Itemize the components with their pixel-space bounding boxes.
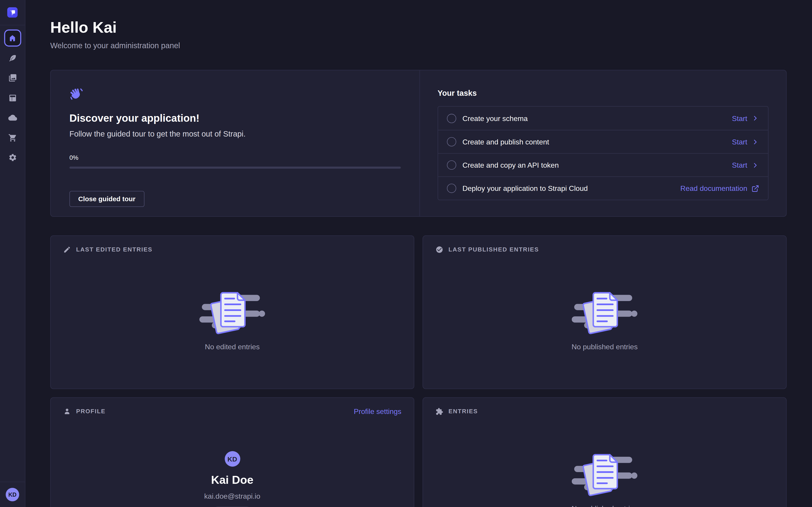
sidebar-user-avatar[interactable]: KD bbox=[6, 488, 19, 501]
task-label: Create and copy an API token bbox=[462, 161, 732, 169]
empty-state: No published entries bbox=[436, 287, 774, 351]
sidebar: KD bbox=[0, 0, 26, 507]
profile-email: kai.doe@strapi.io bbox=[63, 492, 401, 500]
profile-body: KD Kai Doe kai.doe@strapi.io bbox=[63, 451, 401, 507]
task-start-link[interactable]: Start bbox=[732, 114, 759, 122]
guided-tour-title: Discover your application! bbox=[69, 112, 401, 124]
profile-name: Kai Doe bbox=[63, 473, 401, 487]
layout-icon bbox=[8, 93, 17, 102]
progress-label: 0% bbox=[69, 154, 401, 161]
task-status-circle[interactable] bbox=[447, 184, 456, 193]
page-subtitle: Welcome to your administration panel bbox=[50, 41, 787, 50]
profile-settings-link[interactable]: Profile settings bbox=[354, 407, 402, 415]
tasks-list: Create your schema Start Create and publ… bbox=[438, 106, 768, 200]
sidebar-item-cloud[interactable] bbox=[4, 109, 21, 126]
strapi-admin-dashboard: KD Hello Kai Welcome to your administrat… bbox=[0, 0, 812, 507]
chevron-right-icon bbox=[751, 138, 759, 146]
sidebar-item-settings[interactable] bbox=[4, 149, 21, 166]
task-status-circle[interactable] bbox=[447, 137, 456, 146]
sidebar-item-content-type-builder[interactable] bbox=[4, 89, 21, 106]
user-icon bbox=[63, 407, 71, 415]
home-icon bbox=[8, 34, 17, 42]
task-action-label: Start bbox=[732, 161, 747, 169]
your-tasks-panel: Your tasks Create your schema Start Crea… bbox=[420, 70, 786, 216]
sidebar-logo-section bbox=[0, 0, 25, 25]
widget-header: ENTRIES bbox=[436, 406, 774, 416]
sidebar-item-content-manager[interactable] bbox=[4, 49, 21, 66]
profile-avatar: KD bbox=[224, 451, 240, 467]
widget-header: LAST PUBLISHED ENTRIES bbox=[436, 244, 774, 255]
strapi-logo-icon bbox=[7, 7, 17, 17]
task-row[interactable]: Create and publish content Start bbox=[438, 130, 768, 153]
strapi-logo[interactable] bbox=[7, 7, 17, 17]
task-status-circle[interactable] bbox=[447, 160, 456, 170]
empty-documents-illustration bbox=[571, 449, 638, 499]
widget-title: PROFILE bbox=[76, 408, 106, 414]
task-action-label: Start bbox=[732, 114, 747, 122]
task-label: Create your schema bbox=[462, 114, 732, 122]
task-action-label: Read documentation bbox=[680, 184, 747, 192]
sidebar-item-home[interactable] bbox=[4, 30, 21, 47]
task-label: Create and publish content bbox=[462, 138, 732, 146]
widget-title: LAST PUBLISHED ENTRIES bbox=[448, 246, 539, 252]
widgets-row-1: LAST EDITED ENTRIES No edited entries LA… bbox=[50, 235, 787, 389]
widget-header: PROFILE Profile settings bbox=[63, 406, 401, 416]
empty-state-caption: No published entries bbox=[436, 505, 774, 507]
empty-state: No published entries bbox=[436, 449, 774, 507]
cloud-icon bbox=[8, 113, 17, 122]
widget-header: LAST EDITED ENTRIES bbox=[63, 244, 401, 255]
task-status-circle[interactable] bbox=[447, 114, 456, 123]
task-start-link[interactable]: Start bbox=[732, 138, 759, 146]
chevron-right-icon bbox=[751, 114, 759, 122]
guided-tour-panel: Discover your application! Follow the gu… bbox=[51, 70, 419, 216]
task-row[interactable]: Create and copy an API token Start bbox=[438, 153, 768, 176]
page-title: Hello Kai bbox=[50, 19, 787, 36]
empty-state: No edited entries bbox=[63, 287, 401, 351]
task-start-link[interactable]: Start bbox=[732, 161, 759, 169]
sidebar-nav bbox=[0, 30, 25, 166]
task-row[interactable]: Deploy your application to Strapi Cloud … bbox=[438, 176, 768, 200]
guided-tour-subtitle: Follow the guided tour to get the most o… bbox=[69, 129, 401, 138]
sidebar-item-media-library[interactable] bbox=[4, 69, 21, 87]
puzzle-icon bbox=[436, 407, 443, 415]
gear-icon bbox=[8, 153, 17, 162]
empty-documents-illustration bbox=[199, 287, 265, 337]
sidebar-user-section: KD bbox=[0, 482, 25, 507]
your-tasks-title: Your tasks bbox=[438, 89, 768, 97]
chevron-right-icon bbox=[751, 161, 759, 169]
close-guided-tour-button[interactable]: Close guided tour bbox=[69, 191, 144, 207]
check-circle-icon bbox=[436, 245, 443, 253]
pencil-icon bbox=[63, 245, 71, 253]
progress-bar bbox=[69, 167, 401, 169]
sidebar-item-marketplace[interactable] bbox=[4, 129, 21, 146]
task-row[interactable]: Create your schema Start bbox=[438, 107, 768, 130]
feather-icon bbox=[8, 54, 17, 62]
profile-widget: PROFILE Profile settings KD Kai Doe kai.… bbox=[50, 397, 414, 507]
last-published-entries-widget: LAST PUBLISHED ENTRIES No published entr… bbox=[422, 235, 786, 389]
guided-tour-card: Discover your application! Follow the gu… bbox=[50, 70, 787, 217]
task-read-documentation-link[interactable]: Read documentation bbox=[680, 184, 759, 192]
empty-state-caption: No published entries bbox=[436, 342, 774, 351]
entries-widget: ENTRIES No published entries bbox=[422, 397, 786, 507]
cart-icon bbox=[8, 133, 17, 142]
main-content: Hello Kai Welcome to your administration… bbox=[26, 0, 812, 507]
widget-title: LAST EDITED ENTRIES bbox=[76, 246, 153, 252]
empty-state-caption: No edited entries bbox=[63, 342, 401, 351]
task-label: Deploy your application to Strapi Cloud bbox=[462, 184, 680, 192]
task-action-label: Start bbox=[732, 138, 747, 146]
widgets-row-2: PROFILE Profile settings KD Kai Doe kai.… bbox=[50, 397, 787, 507]
media-library-icon bbox=[8, 73, 17, 82]
external-link-icon bbox=[751, 184, 759, 192]
empty-documents-illustration bbox=[571, 287, 638, 337]
widget-title: ENTRIES bbox=[448, 408, 478, 414]
waving-hand-icon bbox=[69, 88, 84, 101]
last-edited-entries-widget: LAST EDITED ENTRIES No edited entries bbox=[50, 235, 414, 389]
